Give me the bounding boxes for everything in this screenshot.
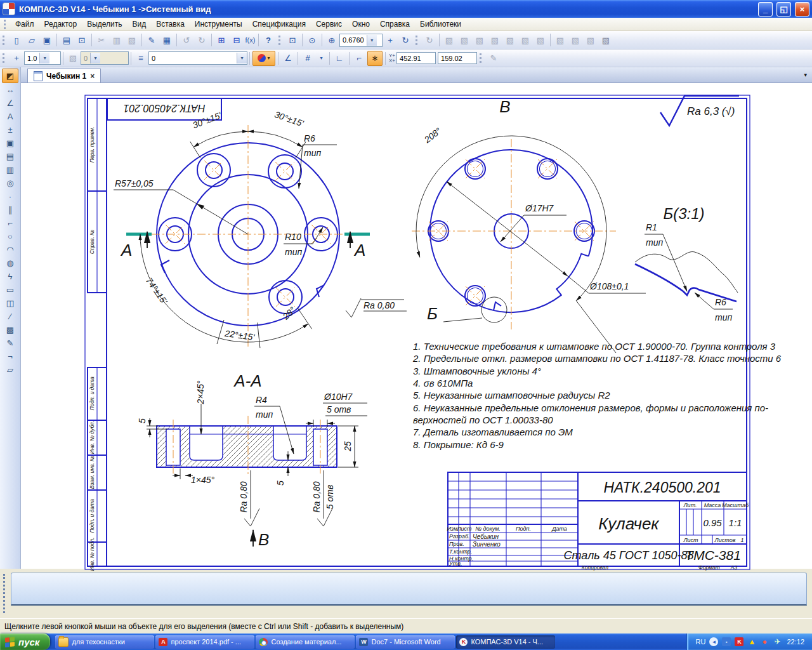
parametrize-tool[interactable]: ▤ — [3, 150, 18, 163]
minimize-button[interactable]: _ — [758, 2, 773, 17]
cut-button[interactable]: ✂ — [95, 33, 108, 47]
text-tool[interactable]: A — [3, 110, 18, 123]
tray-clock[interactable]: 22:12 — [787, 638, 804, 646]
taskbar-item-chrome[interactable]: Создание материал... — [256, 635, 355, 649]
redo-button[interactable]: ↻ — [195, 33, 209, 47]
report-tool[interactable]: ∥ — [3, 203, 18, 216]
iso-view-cube-icon[interactable]: ▧ — [599, 33, 613, 47]
tab-chebykin1[interactable]: Чебыкин 1 × — [27, 69, 101, 83]
geometry-tool[interactable]: ◩ — [2, 69, 18, 83]
variables-button[interactable]: f(x) — [245, 33, 256, 47]
orientation-cube-left-icon[interactable]: ▧ — [503, 33, 517, 47]
coordinate-y-field[interactable]: 159.02 — [438, 52, 477, 64]
view-number-combo[interactable]: 0 ▾ — [81, 51, 129, 65]
coordinate-x-field[interactable]: 452.91 — [396, 52, 436, 64]
snap-settings-button[interactable]: ▾ — [252, 51, 275, 66]
circle-tool[interactable]: ϟ — [3, 270, 18, 283]
start-button[interactable]: пуск — [0, 633, 50, 650]
format-brush-button[interactable]: ✎ — [145, 33, 159, 47]
orientation-cube-iso-icon[interactable]: ▧ — [534, 33, 547, 47]
grid-dropdown-icon[interactable]: ▾ — [316, 51, 327, 65]
menu-window[interactable]: Окно — [347, 18, 375, 30]
close-button[interactable]: × — [795, 2, 809, 17]
language-indicator[interactable]: RU — [696, 638, 706, 646]
open-document-button[interactable]: ▱ — [25, 33, 39, 47]
angle-snap-button[interactable]: ∠ — [281, 51, 295, 65]
zoom-combo[interactable]: 0.6760 ▾ — [339, 34, 383, 47]
selection-tool[interactable]: ◎ — [3, 176, 18, 190]
fragment-window-button[interactable]: ⊟ — [230, 33, 244, 47]
ortho-mode-button[interactable]: ⌐ — [352, 51, 366, 65]
menu-editor[interactable]: Редактор — [39, 18, 82, 30]
continuous-input-tool[interactable]: ∕ — [3, 310, 18, 323]
view-combo-dropdown-icon[interactable]: ▾ — [90, 53, 100, 63]
save-button[interactable]: ▣ — [40, 33, 54, 47]
menu-select[interactable]: Выделить — [82, 18, 127, 30]
tolerance-tool[interactable]: ± — [3, 123, 18, 136]
orientation-cube-top-icon[interactable]: ▧ — [473, 33, 487, 47]
orientation-cube-front-icon[interactable]: ▧ — [442, 33, 456, 47]
zoom-in-button[interactable]: ⊕ — [325, 33, 339, 47]
tray-warning-icon[interactable]: ▲ — [747, 637, 756, 646]
menu-tools[interactable]: Инструменты — [190, 18, 247, 30]
paste-button[interactable]: ▧ — [125, 33, 139, 47]
point-tool[interactable]: ○ — [3, 230, 18, 243]
new-window-button[interactable]: ⊞ — [214, 33, 228, 47]
auxiliary-line-tool[interactable]: ◠ — [3, 243, 18, 256]
layers-icon[interactable]: ≡ — [134, 51, 148, 65]
taskbar-item-folder[interactable]: для техоснастки — [55, 635, 154, 649]
tray-antivirus-icon[interactable]: K — [735, 637, 743, 646]
tab-list-dropdown-icon[interactable]: ▾ — [804, 72, 812, 78]
arc-tool[interactable]: ▭ — [3, 283, 18, 296]
tray-plane-icon[interactable]: ✈ — [773, 637, 782, 646]
edit-tool[interactable]: ▣ — [3, 136, 18, 150]
taskbar-item-kompas[interactable]: K КОМПАС-3D V14 - Ч... — [456, 635, 555, 649]
polyline-tool[interactable]: ▩ — [3, 323, 18, 336]
axis-cube-z-icon[interactable]: ▧ — [568, 33, 582, 47]
rounding-snap-button[interactable]: ∗ — [367, 51, 383, 66]
copy-button[interactable]: ▥ — [110, 33, 124, 47]
tab-close-icon[interactable]: × — [90, 72, 95, 81]
print-button[interactable]: ▤ — [60, 33, 74, 47]
refresh-view-button[interactable]: ↻ — [398, 33, 412, 47]
menu-specification[interactable]: Спецификация — [247, 18, 311, 30]
menu-service[interactable]: Сервис — [311, 18, 347, 30]
new-document-button[interactable]: ▯ — [10, 33, 23, 47]
spec-tool[interactable]: · — [3, 190, 18, 203]
taskbar-item-word[interactable]: W Doc7 - Microsoft Word — [356, 635, 455, 649]
menu-libraries[interactable]: Библиотеки — [415, 18, 466, 30]
rotate-button[interactable]: ↻ — [422, 33, 436, 47]
context-help-button[interactable]: ? — [261, 33, 275, 47]
pan-button[interactable]: + — [383, 33, 397, 47]
ellipse-tool[interactable]: ◫ — [3, 296, 18, 310]
copy-properties-button[interactable]: ✎ — [487, 51, 501, 65]
specification-button[interactable]: ▦ — [160, 33, 174, 47]
cursor-step-combo[interactable]: 1.0 ▾ — [24, 51, 61, 65]
orientation-cube-bottom-icon[interactable]: ▧ — [488, 33, 502, 47]
segment-tool[interactable]: ◍ — [3, 256, 18, 270]
layer-combo[interactable]: 0 ▾ — [148, 51, 247, 65]
zoom-combo-dropdown-icon[interactable]: ▾ — [367, 35, 377, 46]
hatch-tool[interactable]: ▱ — [3, 363, 18, 376]
orientation-cube-right-icon[interactable]: ▧ — [518, 33, 532, 47]
print-preview-button[interactable]: ⊡ — [75, 33, 89, 47]
property-bar-handle[interactable] — [3, 574, 8, 613]
tray-network-icon[interactable]: ▪ — [722, 637, 731, 646]
spline-tool[interactable]: ✎ — [3, 336, 18, 350]
menu-help[interactable]: Справка — [375, 18, 415, 30]
menu-insert[interactable]: Вставка — [151, 18, 190, 30]
undo-button[interactable]: ↺ — [180, 33, 193, 47]
orientation-cube-back-icon[interactable]: ▧ — [457, 33, 471, 47]
grid-button[interactable]: # — [301, 51, 315, 65]
axis-cube-x-icon[interactable]: ▧ — [584, 33, 598, 47]
menu-file[interactable]: Файл — [10, 18, 39, 30]
tray-shield-icon[interactable]: ● — [760, 637, 769, 646]
tray-chevron-icon[interactable]: ◄ — [709, 637, 718, 646]
designation-tool[interactable]: ∠ — [3, 96, 18, 110]
restore-button[interactable]: ◱ — [776, 2, 791, 17]
taskbar-item-pdf[interactable]: A проспект 2014.pdf - ... — [155, 635, 254, 649]
insert-tool[interactable]: ⌐ — [3, 216, 18, 230]
dimensions-tool[interactable]: ↔ — [3, 83, 18, 96]
chamfer-tool[interactable]: ¬ — [3, 350, 18, 363]
axis-cube-y-icon[interactable]: ▧ — [553, 33, 567, 47]
